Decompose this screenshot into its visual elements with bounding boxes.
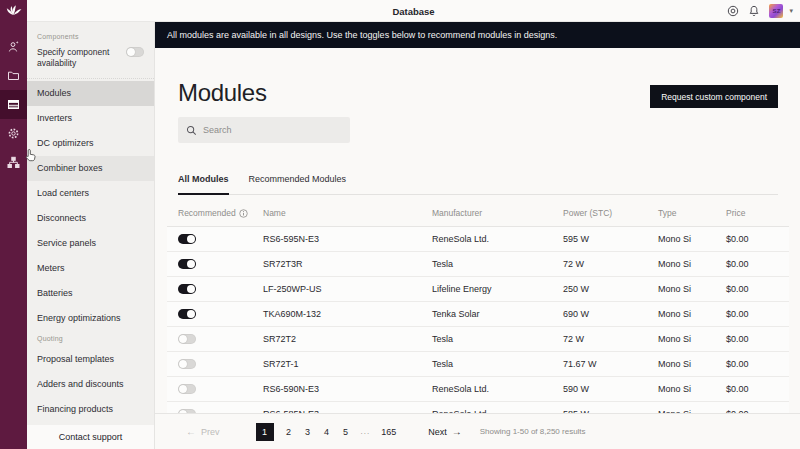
recommended-cell [167,234,263,244]
sidebar-item-service-panels[interactable]: Service panels [27,231,154,256]
toggle-knob [187,310,195,318]
name-cell: SR72T3R [263,259,432,269]
chevron-down-icon[interactable]: ▾ [789,7,793,15]
contact-support-button[interactable]: Contact support [27,425,154,449]
column-header-power-stc-: Power (STC) [563,208,658,218]
recommended-cell [167,284,263,294]
aurora-logo-icon[interactable] [4,4,23,23]
table-row: LF-250WP-USLifeline Energy250 WMono Si$0… [167,277,789,302]
column-header-recommended: Recommended [167,208,263,218]
pagination-ellipsis: ... [361,427,371,436]
sidebar-item-inverters[interactable]: Inverters [27,106,154,131]
sidebar-nav: ComponentsSpecify component availability… [27,22,154,425]
table-row: RS6-585N-E3ReneSola Ltd.585 WMono Si$0.0… [167,402,789,413]
sidebar-item-combiner-boxes[interactable]: Combiner boxes [27,156,154,181]
sidebar-item-modules[interactable]: Modules [27,81,154,106]
info-icon[interactable] [239,209,248,218]
sidebar-item-dc-optimizers[interactable]: DC optimizers [27,131,154,156]
price-cell: $0.00 [726,384,789,394]
next-page-button[interactable]: Next → [428,427,462,437]
notifications-bell-icon[interactable] [748,5,760,17]
sidebar-item-disconnects[interactable]: Disconnects [27,206,154,231]
table-row: RS6-590N-E3ReneSola Ltd.590 WMono Si$0.0… [167,377,789,402]
power-cell: 72 W [563,259,658,269]
sidebar-item-energy-optimizations[interactable]: Energy optimizations [27,306,154,331]
rail-settings-gear-icon[interactable] [0,119,27,148]
toggle-knob [127,48,135,56]
rail-database-grid-icon[interactable] [0,90,27,119]
name-cell: LF-250WP-US [263,284,432,294]
price-cell: $0.00 [726,234,789,244]
type-cell: Mono Si [658,384,726,394]
sidebar-item-meters[interactable]: Meters [27,256,154,281]
sidebar-item-financing-products[interactable]: Financing products [27,397,154,422]
name-cell: SR72T2 [263,334,432,344]
sidebar-section-label: Quoting [27,331,154,347]
page-button-2[interactable]: 2 [285,427,293,437]
sidebar-item-load-centers[interactable]: Load centers [27,181,154,206]
page-title-topbar: Database [27,0,800,22]
manufacturer-cell: ReneSola Ltd. [432,234,563,244]
power-cell: 250 W [563,284,658,294]
page-button-3[interactable]: 3 [304,427,312,437]
search-icon [186,125,197,136]
rail-design-icon[interactable] [0,32,27,61]
name-cell: RS6-595N-E3 [263,234,432,244]
name-cell: SR72T-1 [263,359,432,369]
manufacturer-cell: ReneSola Ltd. [432,384,563,394]
recommended-cell [167,359,263,369]
page-button-1[interactable]: 1 [256,423,274,441]
page-button-165[interactable]: 165 [381,427,396,437]
price-cell: $0.00 [726,259,789,269]
manufacturer-cell: Tenka Solar [432,309,563,319]
prev-page-button[interactable]: ← Prev [186,427,220,437]
toggle-knob [179,335,187,343]
power-cell: 690 W [563,309,658,319]
recommended-toggle[interactable] [178,284,196,294]
table-row: SR72T-1Tesla71.67 WMono Si$0.00 [167,352,789,377]
toggle-knob [179,385,187,393]
user-avatar[interactable]: SZ [769,4,783,18]
type-cell: Mono Si [658,334,726,344]
page-button-5[interactable]: 5 [342,427,350,437]
power-cell: 71.67 W [563,359,658,369]
info-banner: All modules are available in all designs… [155,22,800,48]
rail-projects-folder-icon[interactable] [0,61,27,90]
tab-all-modules[interactable]: All Modules [178,174,229,195]
recommended-toggle[interactable] [178,234,196,244]
type-cell: Mono Si [658,234,726,244]
sidebar-item-proposal-templates[interactable]: Proposal templates [27,347,154,372]
topbar: Database SZ ▾ [27,0,800,22]
toggle-knob [179,360,187,368]
recommended-toggle[interactable] [178,259,196,269]
request-custom-component-button[interactable]: Request custom component [650,85,778,108]
recommended-toggle[interactable] [178,334,196,344]
search-input[interactable] [203,125,333,135]
left-arrow-icon: ← [186,427,196,437]
table-row: RS6-595N-E3ReneSola Ltd.595 WMono Si$0.0… [167,227,789,252]
recommended-toggle[interactable] [178,309,196,319]
sidebar-section-label: Components [27,29,154,45]
tabs: All ModulesRecommended Modules [178,174,778,195]
tab-recommended-modules[interactable]: Recommended Modules [249,174,347,194]
recommended-toggle[interactable] [178,384,196,394]
recommended-toggle[interactable] [178,359,196,369]
recommended-cell [167,334,263,344]
search-box[interactable] [178,117,350,143]
name-cell: TKA690M-132 [263,309,432,319]
type-cell: Mono Si [658,259,726,269]
specify-availability-label: Specify component availability [37,47,115,70]
page-button-4[interactable]: 4 [323,427,331,437]
sidebar-item-adders-and-discounts[interactable]: Adders and discounts [27,372,154,397]
manufacturer-cell: Lifeline Energy [432,284,563,294]
sidebar-item-batteries[interactable]: Batteries [27,281,154,306]
manufacturer-cell: Tesla [432,334,563,344]
results-summary: Showing 1-50 of 8,250 results [480,427,586,436]
name-cell: RS6-590N-E3 [263,384,432,394]
specify-availability-toggle[interactable] [126,47,144,57]
price-cell: $0.00 [726,309,789,319]
rail-org-sitemap-icon[interactable] [0,148,27,177]
help-icon[interactable] [727,5,739,17]
recommended-cell [167,259,263,269]
type-cell: Mono Si [658,359,726,369]
